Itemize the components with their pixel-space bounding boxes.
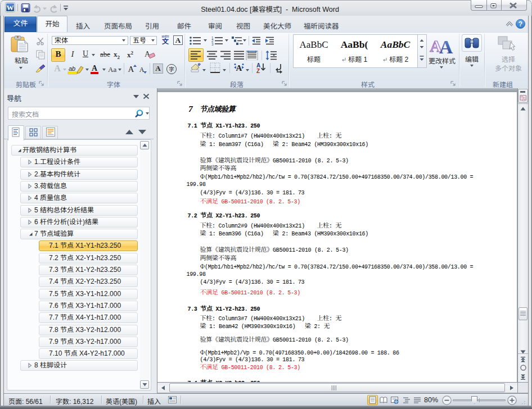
svg-text:A: A (236, 63, 242, 72)
svg-text:W: W (7, 3, 14, 12)
svg-text:字: 字 (169, 66, 174, 72)
svg-text:A: A (128, 65, 134, 74)
svg-text:ab: ab (69, 65, 75, 72)
svg-text:3: 3 (211, 42, 214, 46)
svg-text:A: A (139, 66, 145, 74)
svg-text:A: A (439, 37, 453, 55)
svg-text:Z: Z (256, 68, 260, 74)
svg-text:A: A (92, 64, 98, 72)
svg-text:?: ? (519, 20, 522, 28)
